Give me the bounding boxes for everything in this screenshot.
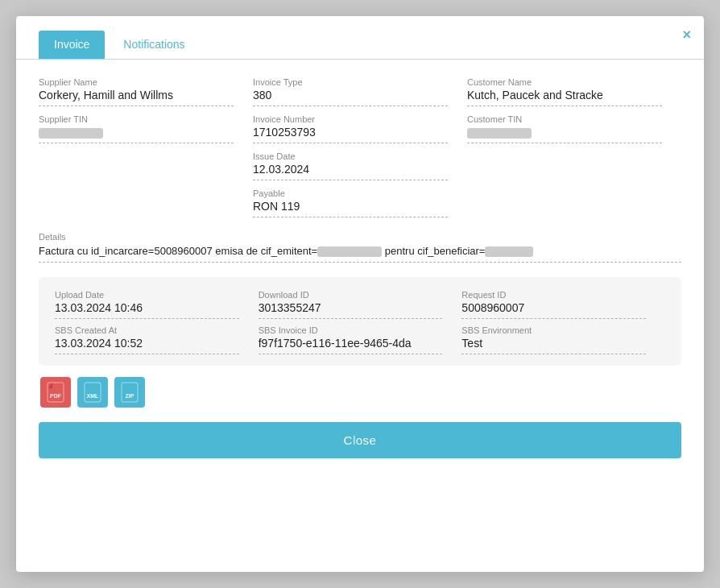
invoice-number-label: Invoice Number: [253, 114, 448, 124]
info-box: Upload Date 13.03.2024 10:46 Download ID…: [39, 277, 681, 366]
issue-date-group: Issue Date 12.03.2024: [253, 151, 467, 180]
sbs-env-group: SBS Environment Test: [461, 325, 665, 354]
svg-text:XML: XML: [87, 393, 100, 399]
fields-row-3: Issue Date 12.03.2024: [39, 151, 681, 180]
issue-date-label: Issue Date: [253, 151, 448, 161]
invoice-number-value: 1710253793: [253, 126, 448, 143]
details-prefix: Factura cu id_incarcare=5008960007 emisa…: [39, 245, 317, 257]
fields-row-1: Supplier Name Corkery, Hamill and Willms…: [39, 77, 681, 106]
xml-icon[interactable]: XML: [77, 377, 108, 408]
sbs-invoice-value: f97f1750-e116-11ee-9465-4da: [259, 337, 443, 354]
supplier-tin-blur: [39, 128, 103, 139]
upload-date-group: Upload Date 13.03.2024 10:46: [55, 290, 259, 319]
customer-tin-group: Customer TIN: [467, 114, 681, 143]
zip-icon[interactable]: ZIP: [114, 377, 145, 408]
download-id-label: Download ID: [259, 290, 443, 300]
details-label: Details: [39, 232, 681, 242]
modal-dialog: × Invoice Notifications Supplier Name Co…: [16, 16, 704, 572]
details-section: Details Factura cu id_incarcare=50089600…: [39, 232, 681, 263]
download-id-value: 3013355247: [259, 301, 443, 319]
upload-date-label: Upload Date: [55, 290, 239, 300]
details-blur-2: [485, 246, 533, 257]
info-row-2: SBS Created At 13.03.2024 10:52 SBS Invo…: [55, 325, 665, 354]
customer-name-group: Customer Name Kutch, Paucek and Stracke: [467, 77, 681, 106]
tab-invoice[interactable]: Invoice: [39, 31, 105, 59]
request-id-value: 5008960007: [461, 301, 646, 319]
svg-rect-4: [122, 383, 138, 402]
pdf-icon[interactable]: PDF: [40, 377, 71, 408]
customer-tin-blur: [467, 128, 532, 139]
invoice-number-group: Invoice Number 1710253793: [253, 114, 467, 143]
close-bar: Close: [39, 422, 681, 473]
invoice-type-value: 380: [253, 89, 448, 106]
payable-group: Payable RON 119: [253, 188, 467, 217]
svg-rect-2: [85, 383, 101, 402]
fields-row-4: Payable RON 119: [39, 188, 681, 217]
customer-name-value: Kutch, Paucek and Stracke: [467, 89, 662, 106]
sbs-invoice-label: SBS Invoice ID: [259, 325, 443, 335]
modal-body: Supplier Name Corkery, Hamill and Willms…: [16, 60, 704, 487]
sbs-env-value: Test: [461, 337, 646, 354]
download-id-group: Download ID 3013355247: [259, 290, 462, 319]
tab-bar: Invoice Notifications: [16, 16, 704, 60]
request-id-label: Request ID: [461, 290, 646, 300]
svg-text:PDF: PDF: [50, 393, 62, 399]
close-button[interactable]: Close: [39, 422, 681, 458]
payable-label: Payable: [253, 188, 448, 198]
invoice-type-group: Invoice Type 380: [253, 77, 467, 106]
payable-value: RON 119: [253, 200, 448, 217]
sbs-invoice-group: SBS Invoice ID f97f1750-e116-11ee-9465-4…: [259, 325, 462, 354]
supplier-name-label: Supplier Name: [39, 77, 234, 87]
details-value: Factura cu id_incarcare=5008960007 emisa…: [39, 245, 681, 263]
supplier-name-value: Corkery, Hamill and Willms: [39, 89, 234, 106]
file-icon-row: PDF XML ZIP: [39, 377, 681, 408]
upload-date-value: 13.03.2024 10:46: [55, 301, 239, 319]
invoice-type-label: Invoice Type: [253, 77, 448, 87]
sbs-env-label: SBS Environment: [461, 325, 646, 335]
fields-row-2: Supplier TIN Invoice Number 1710253793 C…: [39, 114, 681, 143]
svg-text:ZIP: ZIP: [126, 393, 134, 399]
tab-notifications[interactable]: Notifications: [108, 31, 200, 59]
details-blur-1: [317, 246, 382, 257]
svg-rect-0: [48, 383, 64, 402]
supplier-tin-group: Supplier TIN: [39, 114, 253, 143]
customer-tin-label: Customer TIN: [467, 114, 662, 124]
close-icon[interactable]: ×: [682, 27, 691, 42]
sbs-created-label: SBS Created At: [55, 325, 239, 335]
supplier-tin-label: Supplier TIN: [39, 114, 234, 124]
sbs-created-value: 13.03.2024 10:52: [55, 337, 239, 354]
request-id-group: Request ID 5008960007: [461, 290, 665, 319]
sbs-created-group: SBS Created At 13.03.2024 10:52: [55, 325, 259, 354]
issue-date-value: 12.03.2024: [253, 163, 448, 180]
supplier-name-group: Supplier Name Corkery, Hamill and Willms: [39, 77, 253, 106]
customer-name-label: Customer Name: [467, 77, 662, 87]
customer-tin-value: [467, 126, 662, 143]
supplier-tin-value: [39, 126, 234, 143]
info-row-1: Upload Date 13.03.2024 10:46 Download ID…: [55, 290, 665, 319]
details-middle: pentru cif_beneficiar=: [382, 245, 485, 257]
